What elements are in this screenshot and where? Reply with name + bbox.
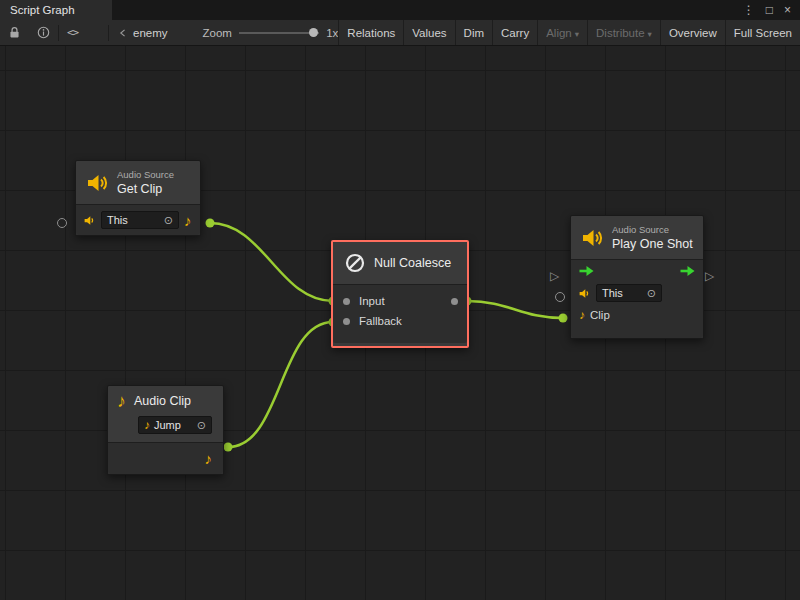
input-port-label: Input [359, 295, 385, 307]
node-category: Audio Source [612, 224, 693, 235]
audio-clip-value-row: ♪ Jump ⊙ [108, 416, 223, 442]
play-one-shot-header[interactable]: Audio Source Play One Shot [571, 216, 703, 259]
tab-title: Script Graph [10, 4, 75, 16]
node-play-one-shot[interactable]: Audio Source Play One Shot This ⊙ [570, 215, 704, 339]
input-port-row: Input [333, 291, 467, 311]
wire-getclip-to-input[interactable] [210, 223, 333, 301]
get-clip-target-port[interactable] [57, 218, 67, 228]
music-note-icon: ♪ [144, 419, 150, 431]
audio-source-icon [85, 171, 109, 195]
null-coalesce-header[interactable]: Null Coalesce [333, 242, 467, 284]
audio-clip-output-icon: ♪ [205, 451, 213, 466]
audio-clip-output-icon: ♪ [184, 213, 192, 228]
dropdown-arrow-icon: ▾ [575, 27, 579, 39]
graph-breadcrumb-icon [118, 28, 128, 38]
maximize-icon[interactable]: □ [766, 3, 773, 17]
play-one-shot-flow-in-port[interactable]: ▷ [550, 270, 559, 282]
clip-port-label: Clip [590, 309, 610, 321]
get-clip-body: This ⊙ ♪ [76, 204, 200, 235]
target-picker-icon[interactable]: ⊙ [197, 420, 206, 431]
zoom-value: 1x [326, 27, 338, 39]
play-one-shot-target-port[interactable] [555, 292, 565, 302]
breadcrumb[interactable]: enemy [109, 20, 177, 45]
info-icon[interactable] [29, 20, 58, 45]
node-audio-clip[interactable]: ♪ Audio Clip ♪ Jump ⊙ ♪ [107, 385, 224, 475]
align-button: Align▾ [537, 20, 587, 45]
graph-toolbar: <> enemy Zoom 1x Relations Values Dim Ca… [0, 20, 800, 46]
get-clip-header[interactable]: Audio Source Get Clip [76, 161, 200, 204]
audio-clip-header[interactable]: ♪ Audio Clip [108, 386, 223, 416]
carry-button[interactable]: Carry [492, 20, 537, 45]
node-category: Audio Source [117, 169, 174, 180]
flow-out-arrow-icon[interactable] [679, 265, 696, 277]
info-icon-svg [37, 26, 50, 39]
script-graph-window: Script Graph ⋮ □ × <> enemy Zoom 1x Rela… [0, 0, 800, 600]
result-output-port[interactable] [451, 298, 458, 305]
audio-clip-value-dropdown[interactable]: ♪ Jump ⊙ [138, 416, 212, 434]
lock-icon-svg [8, 26, 21, 39]
play-one-shot-target-dropdown[interactable]: This ⊙ [596, 284, 662, 302]
zoom-slider-track [239, 32, 319, 34]
node-get-clip[interactable]: Audio Source Get Clip This ⊙ ♪ [75, 160, 201, 236]
get-clip-target-dropdown[interactable]: This ⊙ [101, 211, 179, 229]
close-icon[interactable]: × [784, 3, 791, 17]
node-title: Null Coalesce [374, 256, 451, 270]
wire-endpoint [224, 443, 233, 452]
play-one-shot-flow-out-port[interactable]: ▷ [705, 270, 714, 282]
tab-script-graph[interactable]: Script Graph [0, 0, 112, 20]
full-screen-button[interactable]: Full Screen [725, 20, 800, 45]
zoom-label: Zoom [203, 27, 232, 39]
node-title: Audio Clip [134, 394, 191, 408]
dim-button[interactable]: Dim [455, 20, 492, 45]
node-title: Get Clip [117, 182, 174, 196]
menu-icon[interactable]: ⋮ [743, 3, 755, 17]
audio-clip-value: Jump [154, 419, 181, 431]
zoom-slider-handle[interactable] [309, 28, 318, 37]
node-null-coalesce[interactable]: Null Coalesce Input Fallback [331, 240, 469, 348]
wire-endpoint [206, 219, 215, 228]
input-port[interactable] [343, 298, 350, 305]
toolbar-buttons: Relations Values Dim Carry Align▾ Distri… [338, 20, 800, 45]
wire-audioclip-to-fallback[interactable] [228, 322, 333, 447]
audio-clip-body: ♪ [108, 442, 223, 474]
target-row: This ⊙ [571, 281, 703, 305]
lock-icon[interactable] [0, 20, 29, 45]
clip-input-icon: ♪ [579, 309, 585, 321]
clip-row: ♪ Clip [571, 305, 703, 325]
window-titlebar: Script Graph ⋮ □ × [0, 0, 800, 20]
audio-clip-icon: ♪ [117, 392, 126, 410]
wire-endpoint [559, 314, 568, 323]
wire-nullcoalesce-to-clip[interactable] [467, 301, 563, 318]
target-picker-icon[interactable]: ⊙ [647, 288, 656, 299]
zoom-slider[interactable] [239, 20, 319, 45]
flow-row [571, 260, 703, 281]
graph-name-label: enemy [133, 27, 168, 39]
fallback-port[interactable] [343, 318, 350, 325]
target-picker-icon[interactable]: ⊙ [164, 215, 173, 226]
audio-source-icon [580, 226, 604, 250]
null-coalesce-body: Input Fallback [333, 284, 467, 343]
relations-button[interactable]: Relations [338, 20, 403, 45]
null-coalesce-icon [344, 252, 366, 274]
speaker-icon [578, 287, 591, 300]
distribute-button: Distribute▾ [587, 20, 660, 45]
overview-button[interactable]: Overview [660, 20, 725, 45]
flow-in-arrow-icon[interactable] [578, 265, 595, 277]
code-view-icon[interactable]: <> [59, 20, 86, 45]
node-title: Play One Shot [612, 237, 693, 251]
values-button[interactable]: Values [403, 20, 454, 45]
fallback-port-label: Fallback [359, 315, 402, 327]
graph-canvas[interactable]: Audio Source Get Clip This ⊙ ♪ [0, 46, 800, 600]
dropdown-arrow-icon: ▾ [648, 27, 652, 39]
play-one-shot-body: This ⊙ ♪ Clip [571, 259, 703, 338]
fallback-port-row: Fallback [333, 311, 467, 331]
speaker-icon [83, 214, 96, 227]
window-controls: ⋮ □ × [734, 0, 800, 20]
